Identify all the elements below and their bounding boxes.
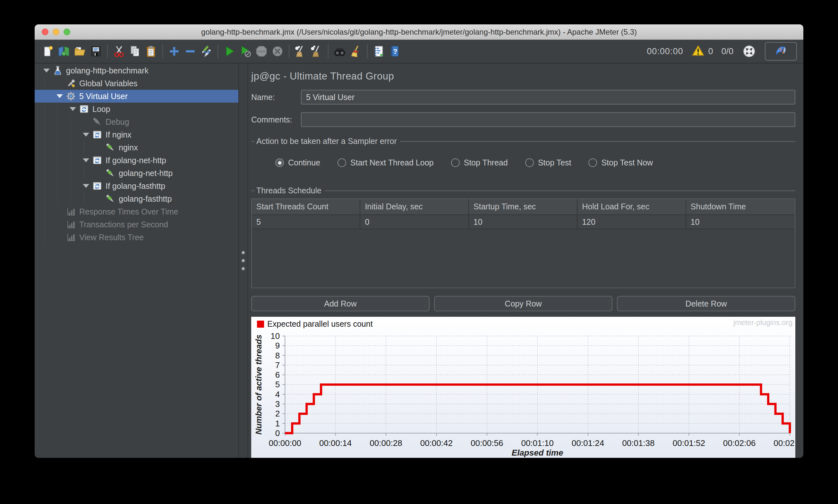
tree-item-if-golang-net-http[interactable]: If golang-net-http (35, 154, 238, 167)
tree-item-response-times-over-time[interactable]: Response Times Over Time (35, 205, 238, 218)
toolbar-separator (367, 44, 368, 58)
tree-guide-line (57, 192, 58, 205)
remote-hosts-icon[interactable] (742, 44, 756, 59)
radio-stop-test-now[interactable]: Stop Test Now (588, 158, 653, 167)
tree-guide-line (44, 192, 45, 205)
tree-item-view-results-tree[interactable]: View Results Tree (35, 231, 238, 244)
toggle-icon[interactable] (198, 43, 214, 59)
radio-continue[interactable]: Continue (275, 158, 320, 167)
tree-expander-icon[interactable] (80, 184, 92, 188)
sampler-error-legend-text: Action to be taken after a Sampler error (255, 137, 400, 146)
svg-text:7: 7 (275, 360, 280, 370)
name-input[interactable] (301, 90, 795, 105)
tree-expander-icon[interactable] (54, 94, 66, 98)
new-file-icon[interactable] (40, 43, 56, 59)
radio-start-next-thread-loop[interactable]: Start Next Thread Loop (337, 158, 433, 167)
table-header-row: Start Threads CountInitial Delay, secSta… (252, 199, 795, 215)
schedule-cell[interactable]: 10 (686, 215, 795, 229)
tree-item-5-virtual-user[interactable]: 5 Virtual User (35, 90, 238, 103)
tree-guide-line (57, 141, 58, 154)
paste-icon[interactable] (143, 43, 159, 59)
search-clear-icon[interactable] (348, 43, 364, 59)
schedule-cell[interactable]: 120 (577, 215, 686, 229)
tree-guide-line (44, 115, 45, 128)
help-icon[interactable]: ? (387, 43, 403, 59)
radio-label: Stop Test Now (601, 158, 653, 167)
splitter-grip-dot (242, 267, 245, 270)
listener-icon (66, 219, 76, 230)
tree-expander-icon[interactable] (67, 107, 78, 111)
radio-stop-thread[interactable]: Stop Thread (451, 158, 508, 167)
open-icon[interactable] (72, 43, 88, 59)
clean-all-icon[interactable] (309, 43, 325, 59)
tree-item-global-variables[interactable]: Global Variables (35, 77, 238, 90)
variables-icon (66, 78, 76, 89)
log-errors-indicator[interactable]: 0 (692, 44, 713, 59)
tree-item-golang-net-http[interactable]: golang-net-http (35, 167, 238, 180)
tree-expander-icon[interactable] (80, 158, 92, 162)
tree-item-debug[interactable]: Debug (35, 115, 238, 128)
save-icon[interactable] (88, 43, 104, 59)
tree-guide-line (71, 167, 71, 180)
add-icon[interactable] (166, 43, 182, 59)
clean-icon[interactable] (293, 43, 309, 59)
comments-input[interactable] (301, 112, 795, 127)
schedule-table-row[interactable]: 501012010 (252, 215, 795, 229)
schedule-cell[interactable]: 10 (469, 215, 577, 229)
delete-row-button[interactable]: Delete Row (617, 296, 795, 311)
add-row-button[interactable]: Add Row (251, 296, 430, 311)
function-helper-icon[interactable] (371, 43, 387, 59)
schedule-cell[interactable]: 0 (360, 215, 469, 229)
tree-guide-line (84, 167, 84, 180)
svg-text:00:00:14: 00:00:14 (319, 438, 352, 448)
tree-item-golang-http-benchmark[interactable]: golang-http-benchmark (35, 64, 238, 77)
tree-guide-line (44, 205, 45, 218)
minimize-button[interactable] (53, 29, 59, 35)
plugins-manager-button[interactable] (765, 42, 797, 60)
schedule-cell[interactable]: 5 (252, 215, 360, 229)
cut-icon[interactable] (111, 43, 127, 59)
tree-splitter[interactable] (238, 64, 248, 458)
stop-icon: STOP (254, 43, 269, 59)
start-icon[interactable] (221, 43, 238, 59)
tree-guide-line (71, 154, 71, 167)
svg-text:4: 4 (275, 390, 280, 399)
tree-item-label: Global Variables (79, 79, 138, 88)
svg-text:00:00:00: 00:00:00 (269, 438, 301, 448)
copy-row-button[interactable]: Copy Row (434, 296, 612, 311)
tree-item-transactions-per-second[interactable]: Transactions per Second (35, 218, 238, 231)
svg-text:00:00:56: 00:00:56 (471, 438, 503, 448)
tree-item-golang-fasthttp[interactable]: golang-fasthttp (35, 192, 238, 205)
close-button[interactable] (42, 29, 49, 35)
threads-preview-chart: 01234567891000:00:0000:00:1400:00:2800:0… (251, 317, 795, 458)
toolbar-separator (162, 44, 163, 58)
controller-icon (92, 129, 103, 140)
comments-label: Comments: (251, 115, 301, 124)
remove-icon[interactable] (182, 43, 198, 59)
copy-icon[interactable] (127, 43, 143, 59)
tree-item-if-nginx[interactable]: If nginx (35, 128, 238, 141)
tree-item-label: If golang-fasthttp (106, 181, 165, 191)
tree-expander-icon[interactable] (41, 69, 52, 72)
templates-icon[interactable] (56, 43, 72, 59)
tree-item-label: Response Times Over Time (79, 207, 178, 216)
tree-item-label: nginx (119, 143, 138, 152)
tree-item-if-golang-fasthttp[interactable]: If golang-fasthttp (35, 180, 238, 192)
tree-guide-line (71, 180, 71, 192)
tree-expander-icon[interactable] (80, 133, 92, 137)
warning-icon (692, 44, 705, 59)
tree-item-loop[interactable]: Loop (35, 103, 238, 115)
radio-stop-test[interactable]: Stop Test (525, 158, 571, 167)
maximize-button[interactable] (64, 29, 70, 35)
tree-item-nginx[interactable]: nginx (35, 141, 238, 154)
start-no-timers-icon[interactable] (238, 43, 254, 59)
tree-guide-line (57, 115, 58, 128)
search-icon[interactable] (332, 43, 348, 59)
window-title: golang-http-benchmark.jmx (/Users/nicola… (201, 28, 637, 37)
comments-row: Comments: (251, 112, 795, 127)
splitter-grip-dot (242, 251, 245, 254)
threads-schedule-table[interactable]: Start Threads CountInitial Delay, secSta… (251, 198, 795, 288)
radio-circle (588, 158, 597, 167)
jmeter-window: golang-http-benchmark.jmx (/Users/nicola… (35, 24, 803, 458)
tree-item-label: Debug (106, 118, 129, 127)
